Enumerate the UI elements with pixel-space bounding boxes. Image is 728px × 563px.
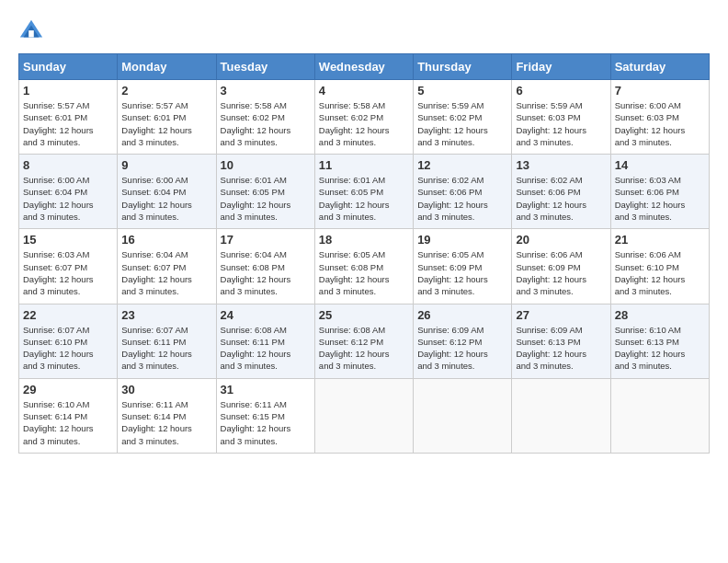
table-row: 23 Sunrise: 6:07 AMSunset: 6:11 PMDaylig… — [118, 304, 216, 378]
day-number: 3 — [221, 84, 311, 98]
table-row: 10 Sunrise: 6:01 AMSunset: 6:05 PMDaylig… — [216, 155, 314, 229]
day-number: 19 — [417, 233, 507, 247]
table-row: 21 Sunrise: 6:06 AMSunset: 6:10 PMDaylig… — [610, 229, 709, 304]
day-info: Sunrise: 6:02 AMSunset: 6:06 PMDaylight:… — [516, 174, 606, 223]
day-number: 25 — [319, 308, 409, 322]
day-info: Sunrise: 6:01 AMSunset: 6:05 PMDaylight:… — [221, 174, 311, 223]
day-number: 29 — [23, 383, 113, 396]
day-info: Sunrise: 6:03 AMSunset: 6:07 PMDaylight:… — [23, 248, 113, 297]
day-info: Sunrise: 6:03 AMSunset: 6:06 PMDaylight:… — [615, 174, 705, 223]
calendar-week-row: 8 Sunrise: 6:00 AMSunset: 6:04 PMDayligh… — [19, 155, 710, 229]
day-number: 30 — [121, 383, 211, 396]
day-number: 20 — [516, 233, 606, 247]
day-number: 4 — [319, 84, 409, 98]
calendar-table: Sunday Monday Tuesday Wednesday Thursday… — [18, 53, 710, 454]
day-info: Sunrise: 6:05 AMSunset: 6:09 PMDaylight:… — [417, 248, 507, 297]
day-number: 18 — [319, 233, 409, 247]
table-row: 8 Sunrise: 6:00 AMSunset: 6:04 PMDayligh… — [19, 155, 118, 229]
day-info: Sunrise: 5:58 AMSunset: 6:02 PMDaylight:… — [319, 99, 409, 148]
day-number: 28 — [615, 308, 705, 322]
col-monday: Monday — [118, 54, 216, 80]
day-number: 12 — [417, 158, 507, 172]
table-row: 29 Sunrise: 6:10 AMSunset: 6:14 PMDaylig… — [19, 378, 118, 453]
table-row: 4 Sunrise: 5:58 AMSunset: 6:02 PMDayligh… — [314, 80, 413, 155]
header-row: Sunday Monday Tuesday Wednesday Thursday… — [19, 54, 710, 80]
day-info: Sunrise: 6:07 AMSunset: 6:11 PMDaylight:… — [121, 324, 211, 373]
table-row: 20 Sunrise: 6:06 AMSunset: 6:09 PMDaylig… — [512, 229, 610, 304]
day-number: 9 — [121, 158, 211, 172]
day-number: 22 — [23, 308, 113, 322]
day-info: Sunrise: 5:57 AMSunset: 6:01 PMDaylight:… — [23, 99, 113, 148]
table-row: 5 Sunrise: 5:59 AMSunset: 6:02 PMDayligh… — [414, 80, 512, 155]
day-number: 15 — [23, 233, 113, 247]
table-row — [314, 378, 413, 453]
col-friday: Friday — [512, 54, 610, 80]
table-row: 12 Sunrise: 6:02 AMSunset: 6:06 PMDaylig… — [414, 155, 512, 229]
day-info: Sunrise: 6:11 AMSunset: 6:15 PMDaylight:… — [221, 398, 311, 447]
day-number: 17 — [221, 233, 311, 247]
day-info: Sunrise: 6:08 AMSunset: 6:12 PMDaylight:… — [319, 324, 409, 373]
day-number: 10 — [221, 158, 311, 172]
svg-rect-2 — [28, 30, 34, 37]
day-number: 26 — [417, 308, 507, 322]
table-row: 26 Sunrise: 6:09 AMSunset: 6:12 PMDaylig… — [414, 304, 512, 378]
day-number: 14 — [615, 158, 705, 172]
day-info: Sunrise: 6:00 AMSunset: 6:04 PMDaylight:… — [23, 174, 113, 223]
day-info: Sunrise: 6:01 AMSunset: 6:05 PMDaylight:… — [319, 174, 409, 223]
day-info: Sunrise: 6:11 AMSunset: 6:14 PMDaylight:… — [121, 398, 211, 447]
table-row: 18 Sunrise: 6:05 AMSunset: 6:08 PMDaylig… — [314, 229, 413, 304]
day-info: Sunrise: 6:05 AMSunset: 6:08 PMDaylight:… — [319, 248, 409, 297]
day-info: Sunrise: 5:59 AMSunset: 6:02 PMDaylight:… — [417, 99, 507, 148]
table-row — [610, 378, 709, 453]
table-row: 16 Sunrise: 6:04 AMSunset: 6:07 PMDaylig… — [118, 229, 216, 304]
day-info: Sunrise: 5:58 AMSunset: 6:02 PMDaylight:… — [221, 99, 311, 148]
day-number: 6 — [516, 84, 606, 98]
day-info: Sunrise: 6:06 AMSunset: 6:10 PMDaylight:… — [615, 248, 705, 297]
table-row: 15 Sunrise: 6:03 AMSunset: 6:07 PMDaylig… — [19, 229, 118, 304]
table-row: 14 Sunrise: 6:03 AMSunset: 6:06 PMDaylig… — [610, 155, 709, 229]
day-number: 24 — [221, 308, 311, 322]
col-tuesday: Tuesday — [216, 54, 314, 80]
day-number: 5 — [417, 84, 507, 98]
day-number: 21 — [615, 233, 705, 247]
table-row: 30 Sunrise: 6:11 AMSunset: 6:14 PMDaylig… — [118, 378, 216, 453]
calendar-week-row: 15 Sunrise: 6:03 AMSunset: 6:07 PMDaylig… — [19, 229, 710, 304]
table-row: 9 Sunrise: 6:00 AMSunset: 6:04 PMDayligh… — [118, 155, 216, 229]
day-number: 23 — [121, 308, 211, 322]
table-row: 24 Sunrise: 6:08 AMSunset: 6:11 PMDaylig… — [216, 304, 314, 378]
day-info: Sunrise: 6:09 AMSunset: 6:13 PMDaylight:… — [516, 324, 606, 373]
table-row: 19 Sunrise: 6:05 AMSunset: 6:09 PMDaylig… — [414, 229, 512, 304]
col-thursday: Thursday — [414, 54, 512, 80]
day-info: Sunrise: 6:04 AMSunset: 6:08 PMDaylight:… — [221, 248, 311, 297]
day-info: Sunrise: 6:10 AMSunset: 6:13 PMDaylight:… — [615, 324, 705, 373]
col-saturday: Saturday — [610, 54, 709, 80]
day-info: Sunrise: 6:00 AMSunset: 6:03 PMDaylight:… — [615, 99, 705, 148]
table-row: 11 Sunrise: 6:01 AMSunset: 6:05 PMDaylig… — [314, 155, 413, 229]
day-info: Sunrise: 6:04 AMSunset: 6:07 PMDaylight:… — [121, 248, 211, 297]
calendar-week-row: 29 Sunrise: 6:10 AMSunset: 6:14 PMDaylig… — [19, 378, 710, 453]
day-info: Sunrise: 6:10 AMSunset: 6:14 PMDaylight:… — [23, 398, 113, 447]
day-number: 13 — [516, 158, 606, 172]
table-row: 25 Sunrise: 6:08 AMSunset: 6:12 PMDaylig… — [314, 304, 413, 378]
table-row: 17 Sunrise: 6:04 AMSunset: 6:08 PMDaylig… — [216, 229, 314, 304]
day-number: 27 — [516, 308, 606, 322]
day-number: 7 — [615, 84, 705, 98]
day-info: Sunrise: 5:59 AMSunset: 6:03 PMDaylight:… — [516, 99, 606, 148]
col-sunday: Sunday — [19, 54, 118, 80]
calendar-week-row: 22 Sunrise: 6:07 AMSunset: 6:10 PMDaylig… — [19, 304, 710, 378]
day-number: 31 — [221, 383, 311, 396]
day-info: Sunrise: 6:07 AMSunset: 6:10 PMDaylight:… — [23, 324, 113, 373]
logo-icon — [18, 18, 44, 44]
day-info: Sunrise: 6:00 AMSunset: 6:04 PMDaylight:… — [121, 174, 211, 223]
table-row: 7 Sunrise: 6:00 AMSunset: 6:03 PMDayligh… — [610, 80, 709, 155]
calendar-week-row: 1 Sunrise: 5:57 AMSunset: 6:01 PMDayligh… — [19, 80, 710, 155]
day-number: 2 — [121, 84, 211, 98]
table-row: 2 Sunrise: 5:57 AMSunset: 6:01 PMDayligh… — [118, 80, 216, 155]
table-row — [512, 378, 610, 453]
header — [18, 18, 710, 44]
day-info: Sunrise: 6:02 AMSunset: 6:06 PMDaylight:… — [417, 174, 507, 223]
day-info: Sunrise: 6:09 AMSunset: 6:12 PMDaylight:… — [417, 324, 507, 373]
table-row: 6 Sunrise: 5:59 AMSunset: 6:03 PMDayligh… — [512, 80, 610, 155]
col-wednesday: Wednesday — [314, 54, 413, 80]
day-number: 11 — [319, 158, 409, 172]
